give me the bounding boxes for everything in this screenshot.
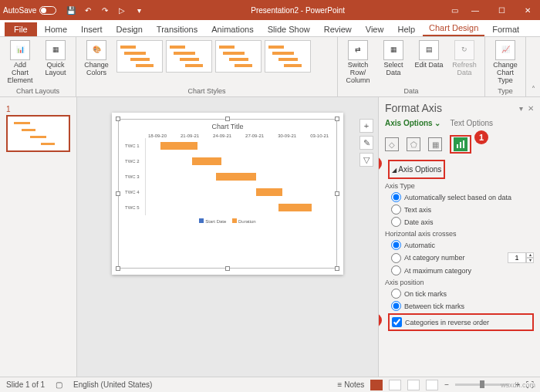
select-data-button[interactable]: ▦Select Data	[378, 40, 409, 77]
spin-down[interactable]: ▾	[526, 258, 534, 263]
slide-sorter-view-button[interactable]	[389, 380, 401, 390]
gantt-row: TWC 5	[125, 200, 330, 215]
edit-data-button[interactable]: ▤Edit Data	[413, 40, 444, 69]
notes-button[interactable]: ≡ Notes	[338, 380, 365, 389]
qat-dropdown-icon[interactable]: ▾	[133, 5, 144, 15]
format-axis-pane: Format Axis ▾ ✕ Axis Options Text Option…	[378, 97, 540, 377]
callout-2: 2	[378, 157, 382, 171]
tab-animations[interactable]: Animations	[205, 22, 259, 36]
opt-auto-select[interactable]: Automatically select based on data	[391, 192, 534, 202]
opt-categories-reverse-order[interactable]: Categories in reverse order	[392, 317, 530, 327]
opt-text-axis[interactable]: Text axis	[391, 204, 534, 215]
tab-help[interactable]: Help	[391, 22, 421, 36]
chart-legend: Start Date Duration	[125, 218, 330, 224]
category-number-input[interactable]	[508, 252, 526, 263]
title-bar: AutoSave 💾 ↶ ↷ ▷ ▾ Presentation2 - Power…	[0, 0, 540, 20]
opt-at-category-number[interactable]: At category number ▴▾	[391, 252, 534, 263]
undo-icon[interactable]: ↶	[83, 5, 93, 15]
chart-filters-button[interactable]: ▽	[359, 153, 373, 167]
task-pane-options-icon[interactable]: ▾	[519, 104, 523, 113]
reading-view-button[interactable]	[407, 380, 420, 390]
axis-options-section[interactable]: Axis Options	[392, 165, 441, 174]
tab-slideshow[interactable]: Slide Show	[262, 22, 316, 36]
tab-insert[interactable]: Insert	[75, 22, 109, 36]
tab-chart-design[interactable]: Chart Design	[423, 21, 484, 36]
spin-up[interactable]: ▴	[526, 252, 534, 258]
language-indicator[interactable]: English (United States)	[73, 380, 152, 389]
ribbon-display-icon[interactable]: ▭	[451, 6, 458, 15]
chart-elements-button[interactable]: +	[359, 119, 373, 133]
slide-thumbnail-1[interactable]	[6, 115, 70, 152]
chart-object[interactable]: Chart Title 18-09-2021-09-2124-09-2127-0…	[118, 119, 337, 269]
fill-line-icon[interactable]: ◇	[385, 137, 399, 151]
quick-layout-button[interactable]: ▦Quick Layout	[40, 40, 71, 77]
text-options-tab[interactable]: Text Options	[450, 119, 493, 127]
chart-title[interactable]: Chart Title	[119, 123, 336, 130]
axis-options-tab[interactable]: Axis Options	[385, 119, 440, 127]
zoom-out-button[interactable]: −	[444, 380, 449, 389]
chart-styles-button[interactable]: ✎	[359, 136, 373, 150]
size-properties-icon[interactable]: ▦	[428, 137, 442, 151]
gantt-row: TWC 2	[125, 154, 330, 169]
slide-indicator[interactable]: Slide 1 of 1	[6, 380, 45, 389]
close-pane-icon[interactable]: ✕	[528, 104, 534, 113]
svg-rect-0	[457, 144, 458, 148]
document-title: Presentation2 - PowerPoint	[144, 6, 451, 15]
chart-styles-gallery[interactable]	[116, 40, 332, 73]
switch-row-column-button[interactable]: ⇄Switch Row/ Column	[343, 40, 373, 85]
svg-rect-1	[460, 142, 461, 148]
gantt-row: TWC 1	[125, 138, 330, 154]
gantt-row: TWC 4	[125, 184, 330, 200]
tab-format[interactable]: Format	[486, 22, 525, 36]
axis-options-icon[interactable]	[454, 137, 467, 151]
close-button[interactable]: ✕	[518, 6, 537, 15]
watermark: wsxdn.com	[501, 381, 535, 389]
format-pane-title: Format Axis	[385, 102, 442, 114]
tab-transitions[interactable]: Transitions	[150, 22, 204, 36]
callout-3: 3	[378, 313, 382, 327]
callout-1: 1	[474, 130, 488, 144]
spell-check-icon[interactable]: ▢	[56, 380, 62, 389]
slideshow-view-button[interactable]	[426, 380, 438, 390]
opt-on-tick-marks[interactable]: On tick marks	[391, 289, 534, 299]
save-icon[interactable]: 💾	[66, 5, 76, 15]
redo-icon[interactable]: ↷	[100, 5, 110, 15]
slideshow-icon[interactable]: ▷	[116, 5, 127, 15]
opt-crosses-automatic[interactable]: Automatic	[391, 240, 534, 250]
minimize-button[interactable]: —	[466, 6, 484, 15]
tab-file[interactable]: File	[5, 22, 37, 36]
ribbon-tabs: File Home Insert Design Transitions Anim…	[0, 20, 540, 37]
change-colors-button[interactable]: 🎨Change Colors	[81, 40, 112, 77]
maximize-button[interactable]: ☐	[492, 6, 511, 15]
normal-view-button[interactable]	[370, 380, 383, 390]
change-chart-type-button[interactable]: 📈Change Chart Type	[490, 40, 521, 85]
tab-design[interactable]: Design	[110, 22, 149, 36]
slide-thumbnail-pane: 1	[0, 97, 77, 377]
autosave-toggle[interactable]: AutoSave	[3, 6, 56, 15]
ribbon: 📊Add Chart Element ▦Quick Layout Chart L…	[0, 37, 540, 97]
tab-view[interactable]: View	[359, 22, 390, 36]
tab-review[interactable]: Review	[318, 22, 358, 36]
effects-icon[interactable]: ⬠	[407, 137, 420, 151]
gantt-row: TWC 3	[125, 169, 330, 184]
opt-date-axis[interactable]: Date axis	[391, 217, 534, 227]
add-chart-element-button[interactable]: 📊Add Chart Element	[5, 40, 35, 85]
status-bar: Slide 1 of 1 ▢ English (United States) ≡…	[0, 377, 540, 392]
collapse-ribbon-icon[interactable]: ˄	[526, 37, 540, 96]
slide-canvas[interactable]: Chart Title 18-09-2021-09-2124-09-2127-0…	[77, 97, 378, 377]
opt-at-maximum-category[interactable]: At maximum category	[391, 265, 534, 275]
opt-between-tick-marks[interactable]: Between tick marks	[391, 301, 534, 311]
refresh-data-button[interactable]: ↻Refresh Data	[449, 40, 480, 77]
tab-home[interactable]: Home	[39, 22, 73, 36]
svg-rect-2	[463, 140, 464, 148]
